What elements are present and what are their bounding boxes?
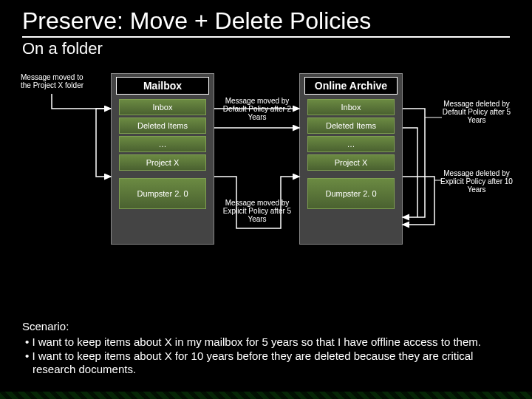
archive-dumpster: Dumpster 2. 0 bbox=[307, 178, 395, 209]
scenario-bullet-2: • I want to keep items about X for 10 ye… bbox=[22, 349, 510, 378]
archive-folder-projectx: Project X bbox=[307, 154, 395, 171]
scenario-bullet-2-text: I want to keep items about X for 10 year… bbox=[32, 349, 473, 376]
page-subtitle: On a folder bbox=[22, 39, 510, 58]
mailbox-dumpster: Dumpster 2. 0 bbox=[119, 178, 206, 209]
caption-moved-explicit: Message moved by Explicit Policy after 5… bbox=[220, 199, 294, 223]
archive-folder-deleted: Deleted Items bbox=[307, 117, 395, 134]
scenario-bullet-1-text: I want to keep items about X in my mailb… bbox=[32, 335, 481, 348]
scenario-bullet-1: • I want to keep items about X in my mai… bbox=[22, 335, 510, 349]
caption-deleted-default: Message deleted by Default Policy after … bbox=[440, 100, 514, 124]
archive-folder-more: … bbox=[307, 136, 395, 152]
footer-decoration bbox=[0, 392, 532, 399]
diagram: Message moved to the Project X folder Ma… bbox=[0, 73, 532, 295]
caption-moved-default: Message moved by Default Policy after 2 … bbox=[220, 97, 294, 121]
scenario-heading: Scenario: bbox=[22, 320, 510, 334]
mailbox-folder-more: … bbox=[119, 136, 206, 152]
archive-panel: Online Archive Inbox Deleted Items … Pro… bbox=[299, 73, 403, 245]
mailbox-folder-projectx: Project X bbox=[119, 154, 206, 171]
mailbox-folder-inbox: Inbox bbox=[119, 99, 206, 115]
archive-header: Online Archive bbox=[304, 77, 398, 95]
mailbox-folder-deleted: Deleted Items bbox=[119, 117, 206, 134]
caption-deleted-explicit: Message deleted by Explicit Policy after… bbox=[440, 169, 514, 194]
mailbox-header: Mailbox bbox=[116, 77, 209, 95]
archive-folder-inbox: Inbox bbox=[307, 99, 395, 115]
page-title: Preserve: Move + Delete Policies bbox=[22, 7, 510, 38]
mailbox-panel: Mailbox Inbox Deleted Items … Project X … bbox=[111, 73, 214, 245]
caption-moved-to-folder: Message moved to the Project X folder bbox=[21, 73, 87, 89]
scenario-block: Scenario: • I want to keep items about X… bbox=[22, 320, 510, 377]
